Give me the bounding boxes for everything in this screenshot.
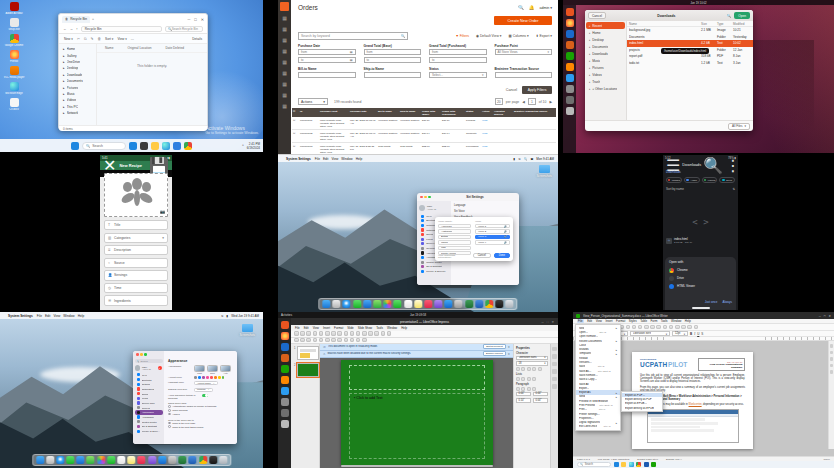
file-chooser-dialog[interactable]: Cancel Downloads 🔍 Open ▪Recent▪Home▪Des…: [585, 10, 753, 131]
wifi-icon[interactable]: ≋: [518, 157, 521, 161]
content-icon[interactable]: ▦: [281, 70, 288, 77]
purchase-date-to-input[interactable]: to▦: [298, 57, 356, 63]
view-button[interactable]: View ▾: [117, 37, 126, 41]
app-option-chrome[interactable]: Chrome: [669, 266, 732, 274]
copy-icon[interactable]: ⧉: [84, 37, 87, 41]
underline-icon[interactable]: [527, 367, 531, 371]
system-settings-icon[interactable]: [168, 456, 176, 464]
grand-total-base-from-input[interactable]: from: [364, 49, 422, 55]
save-icon[interactable]: [306, 331, 311, 336]
table-icon[interactable]: [663, 325, 668, 330]
prev-page-icon[interactable]: ◀: [522, 100, 525, 104]
sidebar-item[interactable]: ▸Network: [59, 110, 96, 116]
account-menu[interactable]: admin ▾: [539, 6, 552, 10]
global-search-icon[interactable]: 🔍: [518, 5, 524, 10]
calendar-icon[interactable]: ▦: [350, 58, 353, 62]
file-list[interactable]: Name Size Type Modified background.jpg 2…: [627, 21, 753, 120]
customers-icon[interactable]: ▦: [281, 48, 288, 55]
workcenter-link[interactable]: Workcenter: [689, 403, 702, 406]
safari-icon[interactable]: [343, 300, 351, 308]
window-title-bar[interactable]: presentation1 — LibreOffice Impress ─□✕: [291, 318, 558, 325]
vlc-icon[interactable]: [281, 376, 289, 384]
sidebar-item[interactable]: ▸Desktop: [59, 65, 96, 71]
menu-item[interactable]: File: [37, 314, 42, 318]
column-header[interactable]: Name: [105, 46, 114, 50]
appearance-option[interactable]: Light: [194, 365, 205, 374]
just-once-button[interactable]: Just once: [705, 300, 718, 304]
traffic-lights[interactable]: [420, 196, 431, 199]
launchpad-icon[interactable]: [333, 300, 341, 308]
desktop-icon[interactable]: Google Chrome: [2, 34, 26, 47]
voice-option[interactable]: Voice 4🔊: [475, 240, 510, 244]
explorer-tab[interactable]: 🗑Recycle Bin: [62, 16, 90, 23]
spacing-above-input[interactable]: 0.00″: [516, 392, 531, 397]
cut-icon[interactable]: ✂: [77, 37, 80, 41]
variety-option[interactable]: American: [438, 224, 471, 228]
order-row[interactable]: ☐ 000000001 Main Website Main Website St…: [292, 117, 556, 130]
safari-icon[interactable]: [56, 456, 64, 464]
clock[interactable]: Jun 19 09:58: [410, 313, 426, 317]
overflow-icon[interactable]: ⋮: [725, 156, 738, 175]
trash-icon[interactable]: [506, 300, 514, 308]
menu-item[interactable]: Window: [341, 157, 352, 161]
appearance-option[interactable]: Auto: [220, 365, 231, 374]
accent-color-swatch[interactable]: [206, 376, 209, 379]
vscode-icon[interactable]: [566, 74, 574, 82]
stores-icon[interactable]: ▦: [281, 92, 288, 99]
desktop-icon[interactable]: Microsoft Edge: [2, 82, 26, 95]
shapes-tab-icon[interactable]: [552, 377, 557, 382]
menu-item[interactable]: View: [53, 314, 60, 318]
column-header[interactable]: Purchase Point: [319, 108, 349, 117]
menu-item[interactable]: File: [295, 326, 300, 330]
dashboard-icon[interactable]: ▦: [281, 15, 288, 22]
minimize-icon[interactable]: ─: [819, 314, 821, 318]
android-new-recipe-thumbnail[interactable]: 5:41 ▾▮ ✕ New Recipe 💾 📷 T Title ▥: [100, 155, 172, 310]
gallery-tab-icon[interactable]: [830, 357, 834, 361]
sidebar-icon-size-select[interactable]: Medium⌄: [194, 388, 213, 392]
menu-item[interactable]: Slide Show: [358, 326, 372, 330]
sort-row[interactable]: Sort by name ⇅: [663, 185, 738, 193]
table-icon[interactable]: [362, 331, 367, 336]
create-new-order-button[interactable]: Create New Order: [494, 16, 552, 25]
column-header[interactable]: Date Deleted: [165, 46, 184, 50]
cancel-button[interactable]: Cancel: [506, 88, 517, 92]
battery-icon[interactable]: ▮: [514, 157, 516, 161]
clone-formatting-icon[interactable]: [632, 325, 637, 330]
edge-icon[interactable]: [162, 142, 170, 150]
terminal-icon[interactable]: [496, 300, 504, 308]
libreoffice-impress-thumbnail[interactable]: Activities Jun 19 09:58 presentation1 — …: [278, 312, 558, 468]
paste-icon[interactable]: [337, 331, 342, 336]
undo-icon[interactable]: [638, 325, 643, 330]
grand-total-purchased-to-input[interactable]: to: [429, 57, 487, 63]
desktop-folder[interactable]: Screenshots: [239, 324, 255, 337]
line-icon[interactable]: [694, 325, 699, 330]
underline-icon[interactable]: U: [697, 332, 699, 336]
active-app-name[interactable]: System Settings: [286, 157, 311, 161]
cancel-button[interactable]: Cancel: [588, 12, 606, 19]
tray-chevron-icon[interactable]: ^: [242, 144, 243, 148]
menu-item[interactable]: Insert: [605, 319, 612, 323]
camera-icon[interactable]: 📷: [160, 209, 165, 214]
navigator-tab-icon[interactable]: [830, 364, 834, 368]
highlight-color-select[interactable]: Accent Color⌄: [194, 381, 218, 385]
file-menu-item[interactable]: Exit LibreOffice Ctrl+Q: [576, 425, 620, 429]
bill-to-name-input[interactable]: [298, 72, 356, 78]
file-explorer-icon[interactable]: [621, 462, 626, 467]
sidebar-item[interactable]: Privacy & Security: [419, 269, 449, 274]
slide-thumbnail-1[interactable]: 1: [297, 346, 319, 360]
sidebar-item[interactable]: Appearance: [135, 410, 163, 415]
start-icon[interactable]: [129, 142, 137, 150]
files-icon[interactable]: [281, 321, 289, 329]
justify-icon[interactable]: [532, 387, 536, 391]
address-breadcrumb[interactable]: Recycle Bin: [81, 26, 162, 32]
thunderbird-icon[interactable]: [566, 30, 574, 38]
variety-option[interactable]: Irish: [438, 246, 471, 250]
variety-option[interactable]: British: [438, 235, 471, 239]
column-header[interactable]: Name: [629, 22, 701, 26]
control-center-icon[interactable]: ▣: [530, 157, 533, 161]
messages-icon[interactable]: [66, 456, 74, 464]
sidebar-item[interactable]: ▸Downloads: [59, 72, 96, 78]
minimize-icon[interactable]: ─: [187, 17, 190, 22]
column-header[interactable]: Original Location: [128, 46, 152, 50]
menu-item[interactable]: Edit: [45, 314, 51, 318]
